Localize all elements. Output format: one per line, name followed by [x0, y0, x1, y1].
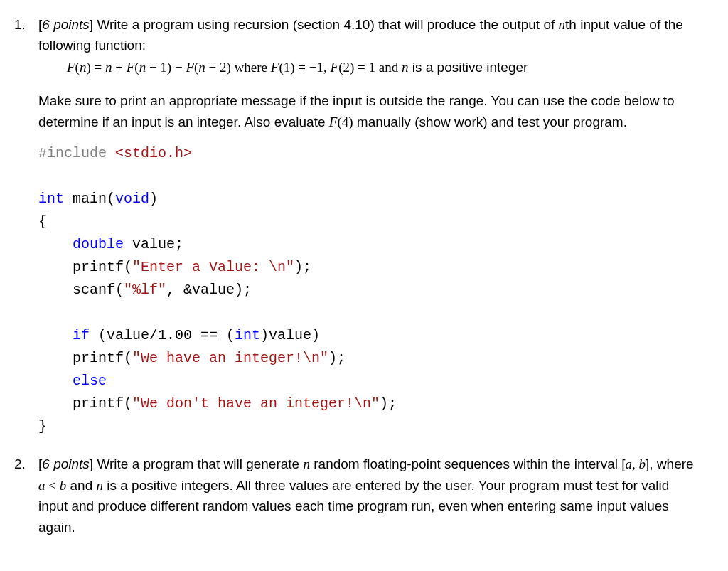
p: − 2) where	[205, 60, 271, 75]
n: n	[303, 457, 310, 471]
string-literal: "We don't have an integer!\n"	[132, 395, 380, 412]
kw-type: int	[235, 327, 260, 343]
text: printf(	[73, 259, 132, 275]
text: , &value);	[166, 282, 252, 298]
text: random floating-point sequences within t…	[310, 457, 626, 471]
code-line: {	[38, 210, 700, 233]
a: a	[626, 457, 633, 471]
code-line: scanf("%lf", &value);	[38, 279, 700, 301]
text: value;	[124, 236, 183, 252]
text: main(	[64, 191, 115, 207]
code-line: #include <stdio.h>	[38, 142, 700, 165]
code-line: printf("We don't have an integer!\n");	[38, 393, 700, 415]
question-content: [6 points] Write a program using recursi…	[38, 14, 700, 438]
spacer	[14, 444, 700, 454]
p: +	[112, 60, 126, 75]
lt: <	[46, 478, 60, 493]
question-number: 2.	[14, 454, 38, 538]
question-number: 1.	[14, 14, 38, 438]
n: n	[139, 60, 146, 75]
code-line	[38, 165, 700, 188]
n: n	[96, 478, 103, 493]
code-line: int main(void)	[38, 188, 700, 210]
b: b	[60, 478, 67, 493]
a: a	[38, 478, 46, 493]
q1-intro: [6 points] Write a program using recursi…	[38, 14, 700, 56]
string-literal: "We have an integer!\n"	[132, 350, 328, 366]
brace: }	[38, 418, 47, 434]
text: )value)	[260, 327, 320, 343]
text: ], where	[646, 457, 694, 471]
brace: {	[38, 213, 47, 230]
text: );	[328, 350, 346, 366]
text: (value/1.00 == (	[90, 327, 235, 343]
q2-text: [6 points] Write a program that will gen…	[38, 454, 700, 538]
kw-type: void	[115, 191, 149, 207]
p: ) =	[86, 60, 105, 75]
points-text: 6 points	[42, 457, 90, 471]
string-literal: "Enter a Value: \n"	[132, 259, 294, 275]
code-block: #include <stdio.h> int main(void) { doub…	[38, 142, 700, 438]
b: b	[639, 457, 646, 471]
p: − 1) −	[146, 60, 186, 75]
comma: ,	[632, 457, 639, 471]
f: F	[271, 60, 279, 75]
f: F	[329, 114, 338, 129]
text: scanf(	[73, 282, 124, 298]
p: (2) = 1 and	[338, 60, 402, 75]
f: F	[127, 60, 135, 75]
text: manually (show work) and test your progr…	[353, 114, 627, 129]
n: n	[402, 60, 409, 75]
text: printf(	[73, 395, 132, 412]
p: (1) = −1,	[279, 60, 330, 75]
text: and	[66, 478, 96, 493]
p: (4)	[337, 114, 353, 129]
text: printf(	[73, 350, 132, 366]
kw-if: if	[73, 327, 90, 343]
code-line	[38, 301, 700, 324]
text: is a positive integers. All three values…	[38, 478, 669, 535]
code-line: printf("We have an integer!\n");	[38, 347, 700, 370]
code-line: double value;	[38, 233, 700, 256]
code-line: if (value/1.00 == (int)value)	[38, 324, 700, 347]
string-literal: "%lf"	[124, 282, 166, 298]
include-path: <stdio.h>	[107, 145, 192, 161]
q1-para2: Make sure to print an appropriate messag…	[38, 90, 700, 132]
kw-type: int	[38, 191, 64, 207]
text: )	[149, 191, 158, 207]
question-2: 2. [6 points] Write a program that will …	[14, 454, 700, 538]
f: F	[67, 60, 75, 75]
kw-else: else	[73, 373, 107, 389]
code-line: else	[38, 370, 700, 393]
n: n	[80, 60, 87, 75]
text: );	[294, 259, 311, 275]
kw-type: double	[73, 236, 124, 252]
code-line: }	[38, 415, 700, 438]
code-line: printf("Enter a Value: \n");	[38, 256, 700, 279]
intro-n: n	[559, 17, 566, 32]
kw-preproc: #include	[38, 145, 107, 161]
f: F	[331, 60, 339, 75]
intro-a: Write a program using recursion (section…	[93, 17, 558, 32]
f: F	[186, 60, 194, 75]
q1-formula: F(n) = n + F(n − 1) − F(n − 2) where F(1…	[67, 58, 700, 78]
p: is a positive integer	[408, 60, 528, 75]
question-content: [6 points] Write a program that will gen…	[38, 454, 700, 538]
points-text: 6 points	[42, 17, 90, 32]
text: );	[380, 395, 397, 412]
question-1: 1. [6 points] Write a program using recu…	[14, 14, 700, 438]
text: Write a program that will generate	[93, 457, 303, 471]
n: n	[198, 60, 205, 75]
